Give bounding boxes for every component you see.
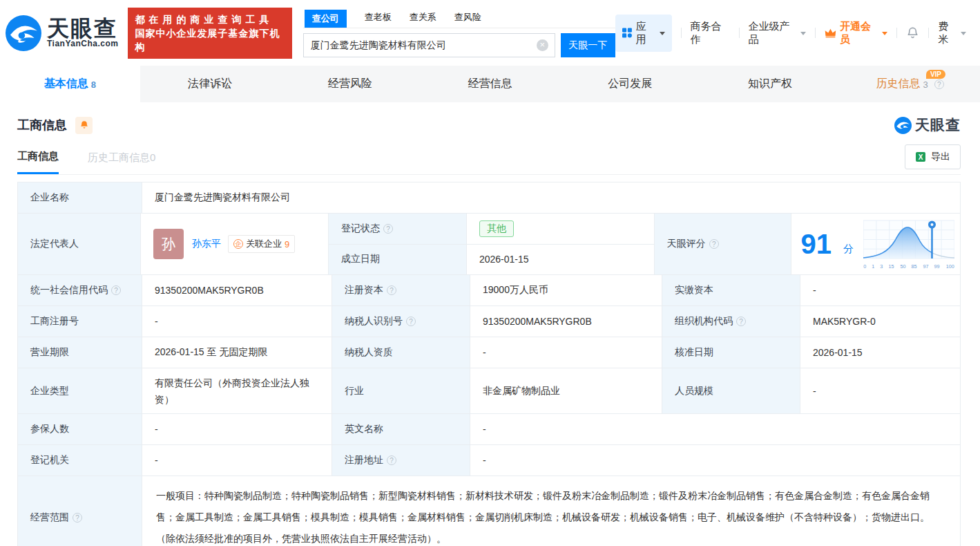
- reg-number-value: -: [142, 306, 332, 337]
- search-tab-boss[interactable]: 查老板: [365, 8, 392, 28]
- company-type-label: 企业类型: [18, 368, 142, 414]
- search-tab-risk[interactable]: 查风险: [454, 8, 481, 28]
- table-subrow: 成立日期 2026-01-15: [329, 245, 655, 276]
- related-companies-label: 关联企业: [246, 238, 282, 250]
- tab-legal-lawsuits[interactable]: 法律诉讼: [140, 66, 280, 102]
- enterprise-products-label: 企业级产品: [749, 20, 798, 46]
- tab-history-count: 3: [923, 79, 928, 90]
- legal-rep-label: 法定代表人: [18, 214, 141, 275]
- insured-count-label: 参保人数: [18, 414, 142, 445]
- tab-company-development[interactable]: 公司发展: [560, 66, 700, 102]
- paid-capital-value: -: [800, 275, 961, 306]
- apps-menu-button[interactable]: 应用: [615, 15, 672, 52]
- banner-line2: 国家中小企业发展子基金旗下机构: [135, 26, 285, 54]
- crown-icon: [825, 28, 836, 38]
- score-label: 天眼评分: [655, 214, 791, 275]
- username: 费米: [938, 20, 957, 46]
- tianyancha-logo[interactable]: 天眼查 TianYanCha.com: [6, 15, 118, 51]
- table-row: 企业名称 厦门金鹭先进陶瓷材料有限公司: [18, 182, 961, 214]
- divider: [681, 28, 682, 38]
- subtab-business-info[interactable]: 工商信息: [17, 150, 59, 174]
- divider: [815, 28, 816, 38]
- vip-badge: VIP: [926, 70, 945, 79]
- company-name-label: 企业名称: [18, 182, 142, 214]
- related-companies-badge[interactable]: 企 关联企业 9: [228, 235, 295, 253]
- business-term-label: 营业期限: [18, 337, 142, 368]
- menu-item-enterprise-products[interactable]: 企业级产品: [749, 20, 807, 46]
- table-row: 经营范围 一般项目：特种陶瓷制品制造；特种陶瓷制品销售；新型陶瓷材料销售；新材料…: [18, 476, 961, 546]
- table-subrow: 登记状态 其他: [329, 214, 655, 245]
- table-row: 营业期限 2026-01-15 至 无固定期限 纳税人资质 - 核准日期 202…: [18, 337, 961, 368]
- taxpayer-quality-label: 纳税人资质: [332, 337, 470, 368]
- search-button[interactable]: 天眼一下: [561, 33, 615, 57]
- user-menu[interactable]: 费米: [938, 20, 966, 46]
- legal-rep-avatar[interactable]: 孙: [153, 229, 184, 259]
- taxpayer-id-label-text: 纳税人识别号: [345, 315, 403, 328]
- reg-status-label-text: 登记状态: [341, 223, 380, 235]
- menu-item-cooperation[interactable]: 商务合作: [691, 20, 730, 46]
- tab-history-info[interactable]: VIP 历史信息 3: [840, 66, 980, 102]
- help-icon[interactable]: [406, 317, 416, 326]
- chevron-down-icon: [800, 32, 806, 35]
- watermark-logo: 天眼查: [894, 115, 961, 135]
- score-label-text: 天眼评分: [667, 238, 706, 250]
- company-name-value: 厦门金鹭先进陶瓷材料有限公司: [142, 182, 961, 214]
- reg-capital-value: 19000万人民币: [470, 275, 662, 306]
- open-vip-button[interactable]: 开通会员: [825, 20, 887, 46]
- table-row: 企业类型 有限责任公司（外商投资企业法人独资） 行业 非金属矿物制品业 人员规模…: [18, 368, 961, 414]
- help-icon[interactable]: [709, 239, 719, 249]
- subscribe-bell-icon[interactable]: [75, 117, 93, 134]
- reg-authority-label: 登记机关: [18, 445, 142, 476]
- legal-rep-name-link[interactable]: 孙东平: [192, 238, 221, 250]
- reg-capital-label-text: 注册资本: [345, 284, 383, 296]
- approval-date-label: 核准日期: [662, 337, 800, 368]
- english-name-value: -: [470, 414, 961, 445]
- search-input[interactable]: [303, 33, 555, 57]
- subtab-history-business-info[interactable]: 历史工商信息0: [88, 151, 155, 173]
- help-icon[interactable]: [111, 285, 121, 295]
- help-icon[interactable]: [387, 455, 396, 465]
- industry-value: 非金属矿物制品业: [470, 368, 662, 414]
- org-code-label: 组织机构代码: [662, 306, 800, 337]
- open-vip-label: 开通会员: [840, 20, 878, 46]
- help-icon[interactable]: [934, 79, 944, 89]
- help-icon[interactable]: [73, 513, 82, 523]
- table-row: 参保人数 - 英文名称 -: [18, 414, 961, 445]
- tab-basic-info-count: 8: [91, 79, 96, 90]
- company-type-value: 有限责任公司（外商投资企业法人独资）: [142, 368, 332, 414]
- business-info-table: 企业名称 厦门金鹭先进陶瓷材料有限公司 法定代表人 孙 孙东平 企 关联企业 9…: [17, 182, 961, 546]
- clear-search-icon[interactable]: ×: [537, 39, 548, 51]
- help-icon[interactable]: [387, 285, 396, 295]
- help-icon[interactable]: [383, 224, 393, 234]
- tab-operation-risk[interactable]: 经营风险: [280, 66, 420, 102]
- watermark-text: 天眼查: [915, 115, 961, 135]
- section-subtabs: 工商信息 历史工商信息0 X 导出: [17, 150, 961, 175]
- business-scope-label: 经营范围: [18, 476, 142, 546]
- chevron-down-icon: [961, 32, 966, 35]
- divider: [928, 28, 929, 38]
- reg-address-value: -: [470, 445, 961, 476]
- search-input-wrap: ×: [303, 33, 555, 57]
- tab-label: 法律诉讼: [188, 77, 232, 91]
- chevron-down-icon: [882, 32, 887, 35]
- taxpayer-id-label: 纳税人识别号: [332, 306, 470, 337]
- reg-status-value: 其他: [467, 214, 655, 245]
- notifications-bell-icon[interactable]: [906, 26, 919, 39]
- score-value: 91: [801, 230, 832, 258]
- search-tab-relation[interactable]: 查关系: [410, 8, 436, 28]
- table-row: 法定代表人 孙 孙东平 企 关联企业 9 登记状态 其他: [18, 214, 961, 275]
- help-icon[interactable]: [736, 317, 746, 326]
- divider: [896, 28, 897, 38]
- search-box: 查公司 查老板 查关系 查风险 × 天眼一下: [303, 8, 615, 57]
- apps-label: 应用: [636, 20, 655, 46]
- tianyancha-logo-icon: [6, 15, 41, 51]
- uscc-value: 91350200MAK5RYGR0B: [142, 275, 332, 306]
- tab-intellectual-property[interactable]: 知识产权: [700, 66, 840, 102]
- search-tab-company[interactable]: 查公司: [305, 10, 347, 28]
- tab-basic-info[interactable]: 基本信息 8: [0, 66, 140, 102]
- legal-rep-cell: 孙 孙东平 企 关联企业 9: [141, 214, 329, 275]
- export-button[interactable]: X 导出: [905, 144, 961, 169]
- tab-label: 知识产权: [748, 77, 792, 91]
- logo-text: 天眼查 TianYanCha.com: [47, 18, 118, 48]
- tab-operation-info[interactable]: 经营信息: [420, 66, 560, 102]
